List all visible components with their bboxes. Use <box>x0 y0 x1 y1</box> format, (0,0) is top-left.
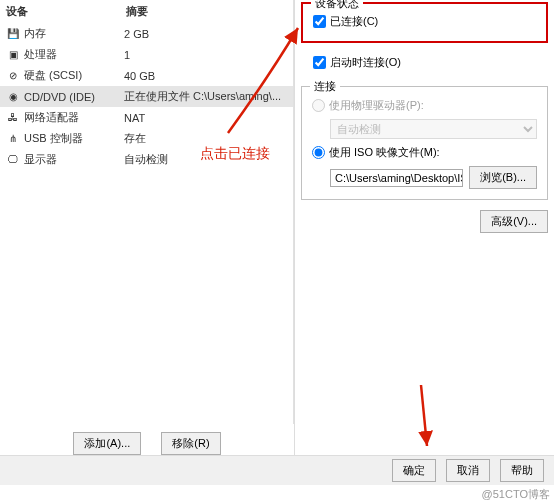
physical-drive-label: 使用物理驱动器(P): <box>329 98 424 113</box>
ok-button[interactable]: 确定 <box>392 459 436 482</box>
device-panel: 设备 摘要 💾 内存 2 GB ▣ 处理器 1 ⊘ 硬盘 (SCSI) 40 G… <box>0 0 295 465</box>
browse-button[interactable]: 浏览(B)... <box>469 166 537 189</box>
dialog-footer: 确定 取消 帮助 <box>0 455 554 485</box>
connected-checkbox[interactable] <box>313 15 326 28</box>
physical-drive-row[interactable]: 使用物理驱动器(P): <box>312 95 537 116</box>
connect-on-power-label: 启动时连接(O) <box>330 55 401 70</box>
device-row-memory[interactable]: 💾 内存 2 GB <box>0 23 293 44</box>
device-summary: 40 GB <box>124 70 287 82</box>
col-header-device: 设备 <box>6 4 126 19</box>
connected-checkbox-row[interactable]: 已连接(C) <box>313 12 536 31</box>
connect-on-power-row[interactable]: 启动时连接(O) <box>301 53 548 72</box>
device-label: 显示器 <box>24 152 124 167</box>
memory-icon: 💾 <box>6 27 20 41</box>
add-button[interactable]: 添加(A)... <box>73 432 141 455</box>
connected-label: 已连接(C) <box>330 14 378 29</box>
device-label: 内存 <box>24 26 124 41</box>
device-row-network[interactable]: 🖧 网络适配器 NAT <box>0 107 293 128</box>
physical-drive-combo[interactable]: 自动检测 <box>330 119 537 139</box>
network-icon: 🖧 <box>6 111 20 125</box>
device-summary: NAT <box>124 112 287 124</box>
device-label: USB 控制器 <box>24 131 124 146</box>
settings-panel: 设备状态 已连接(C) 启动时连接(O) 连接 使用物理驱动器(P): 自动检测 <box>295 0 554 465</box>
watermark: @51CTO博客 <box>482 487 550 502</box>
device-summary: 自动检测 <box>124 152 287 167</box>
cpu-icon: ▣ <box>6 48 20 62</box>
device-row-processor[interactable]: ▣ 处理器 1 <box>0 44 293 65</box>
connect-on-power-checkbox[interactable] <box>313 56 326 69</box>
usb-icon: ⋔ <box>6 132 20 146</box>
device-row-usb[interactable]: ⋔ USB 控制器 存在 <box>0 128 293 149</box>
connection-title: 连接 <box>310 79 340 94</box>
help-button[interactable]: 帮助 <box>500 459 544 482</box>
device-summary: 存在 <box>124 131 287 146</box>
device-status-group: 设备状态 已连接(C) <box>301 2 548 43</box>
device-summary: 1 <box>124 49 287 61</box>
cd-icon: ◉ <box>6 90 20 104</box>
device-row-display[interactable]: 🖵 显示器 自动检测 <box>0 149 293 170</box>
device-list-header: 设备 摘要 <box>0 0 293 23</box>
disk-icon: ⊘ <box>6 69 20 83</box>
device-list: 设备 摘要 💾 内存 2 GB ▣ 处理器 1 ⊘ 硬盘 (SCSI) 40 G… <box>0 0 294 424</box>
device-row-harddisk[interactable]: ⊘ 硬盘 (SCSI) 40 GB <box>0 65 293 86</box>
device-summary: 正在使用文件 C:\Users\aming\... <box>124 89 287 104</box>
physical-drive-radio[interactable] <box>312 99 325 112</box>
iso-path-field[interactable]: C:\Users\aming\Desktop\ISO <box>330 169 463 187</box>
remove-button[interactable]: 移除(R) <box>161 432 220 455</box>
iso-file-radio[interactable] <box>312 146 325 159</box>
device-label: 处理器 <box>24 47 124 62</box>
connection-group: 连接 使用物理驱动器(P): 自动检测 使用 ISO 映像文件(M): C:\U… <box>301 86 548 200</box>
device-summary: 2 GB <box>124 28 287 40</box>
advanced-button[interactable]: 高级(V)... <box>480 210 548 233</box>
col-header-summary: 摘要 <box>126 4 287 19</box>
cancel-button[interactable]: 取消 <box>446 459 490 482</box>
iso-file-row[interactable]: 使用 ISO 映像文件(M): <box>312 142 537 163</box>
display-icon: 🖵 <box>6 153 20 167</box>
iso-file-label: 使用 ISO 映像文件(M): <box>329 145 440 160</box>
device-label: 网络适配器 <box>24 110 124 125</box>
device-row-cddvd[interactable]: ◉ CD/DVD (IDE) 正在使用文件 C:\Users\aming\... <box>0 86 293 107</box>
status-title: 设备状态 <box>311 0 363 11</box>
device-label: CD/DVD (IDE) <box>24 91 124 103</box>
device-label: 硬盘 (SCSI) <box>24 68 124 83</box>
